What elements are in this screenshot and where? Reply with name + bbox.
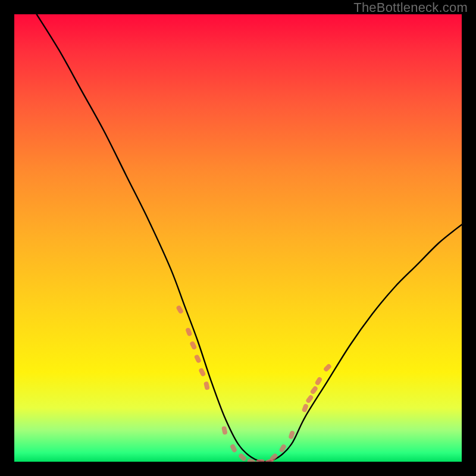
highlight-dot: [185, 327, 192, 337]
highlight-dots: [176, 305, 332, 462]
highlight-dot: [194, 354, 202, 364]
highlight-dot: [314, 377, 322, 386]
highlight-dot: [198, 368, 206, 377]
watermark-text: TheBottleneck.com: [353, 0, 468, 15]
highlight-dot: [221, 426, 228, 435]
highlight-dot: [305, 394, 314, 404]
highlight-dot: [203, 381, 210, 390]
highlight-dot: [256, 459, 265, 462]
highlight-dot: [189, 340, 197, 350]
chart-frame: [7, 7, 469, 469]
highlight-dot: [238, 453, 248, 462]
highlight-dot: [309, 386, 318, 395]
highlight-dot: [230, 443, 237, 453]
bottleneck-curve: [37, 14, 462, 462]
chart-overlay: [14, 14, 462, 462]
highlight-dot: [176, 305, 184, 314]
highlight-dot: [323, 363, 333, 372]
